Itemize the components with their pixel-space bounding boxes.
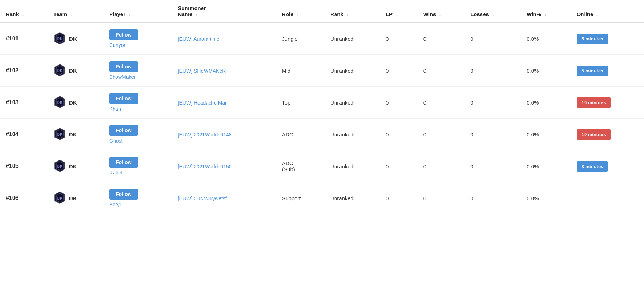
table-row: #102 DK DK Follow ShowMaker [EUW] SHøWMA…	[0, 55, 644, 87]
winpct-cell: 0.0%	[521, 55, 571, 87]
online-cell: 8 minutes	[571, 150, 644, 182]
wins-cell: 0	[418, 87, 465, 119]
col-losses-sort-icon[interactable]: ↕	[492, 12, 494, 17]
team-name: DK	[69, 131, 77, 138]
team-name: DK	[69, 195, 77, 201]
col-losses-label: Losses	[470, 11, 489, 17]
col-rank2-label: Rank	[330, 11, 343, 17]
winpct-cell: 0.0%	[521, 119, 571, 150]
losses-cell: 0	[465, 182, 521, 214]
col-winpct[interactable]: Win% ↕	[521, 0, 571, 23]
summoner-name-link[interactable]: [EUW] 2021Worlds0150	[178, 164, 232, 169]
follow-button[interactable]: Follow	[109, 61, 138, 72]
col-role-sort-icon[interactable]: ↕	[297, 12, 299, 17]
svg-text:DK: DK	[57, 101, 63, 105]
follow-button[interactable]: Follow	[109, 29, 138, 40]
team-logo: DK	[53, 96, 66, 110]
col-summoner-name[interactable]: SummonerName ↕	[172, 0, 276, 23]
col-wins-label: Wins	[423, 11, 436, 17]
winpct-cell: 0.0%	[521, 23, 571, 55]
col-rank[interactable]: Rank ↕	[0, 0, 48, 23]
summoner-name-link[interactable]: [EUW] Aurora time	[178, 36, 220, 42]
team-logo: DK	[53, 32, 66, 46]
col-lp-label: LP	[386, 11, 393, 17]
team-name: DK	[69, 68, 77, 74]
role-cell: ADC(Sub)	[276, 150, 325, 182]
player-name[interactable]: Rahel	[109, 170, 167, 176]
summoner-name-link[interactable]: [EUW] SHøWMAKéR	[178, 68, 226, 74]
table-row: #103 DK DK Follow Khan [EUW] Headache Ma…	[0, 87, 644, 119]
col-online[interactable]: Online ↕	[571, 0, 644, 23]
winpct-cell: 0.0%	[521, 182, 571, 214]
player-name[interactable]: ShowMaker	[109, 74, 167, 80]
player-cell: Follow Khan	[104, 87, 172, 119]
col-player[interactable]: Player ↕	[104, 0, 172, 23]
col-losses[interactable]: Losses ↕	[465, 0, 521, 23]
rank-value-cell: Unranked	[325, 182, 380, 214]
player-cell: Follow Ghost	[104, 119, 172, 150]
player-cell: Follow ShowMaker	[104, 55, 172, 87]
role-cell: ADC	[276, 119, 325, 150]
col-lp[interactable]: LP ↕	[380, 0, 418, 23]
lp-cell: 0	[380, 23, 418, 55]
col-summoner-sort-icon[interactable]: ↕	[196, 12, 198, 17]
player-name[interactable]: Khan	[109, 106, 167, 112]
role-cell: Mid	[276, 55, 325, 87]
role-cell: Support	[276, 182, 325, 214]
team-name: DK	[69, 100, 77, 106]
col-rank-label: Rank	[6, 11, 19, 17]
col-lp-sort-icon[interactable]: ↕	[395, 12, 398, 17]
team-cell: DK DK	[48, 119, 104, 150]
summoner-cell: [EUW] Aurora time	[172, 23, 276, 55]
online-badge: 8 minutes	[577, 161, 609, 172]
leaderboard-table-wrapper: Rank ↕ Team ↕ Player ↕ SummonerName ↕ Ro…	[0, 0, 644, 214]
losses-cell: 0	[465, 119, 521, 150]
summoner-name-link[interactable]: [EUW] Headache Man	[178, 100, 228, 106]
summoner-name-link[interactable]: [EUW] QJNVJuywetsf	[178, 196, 227, 201]
winpct-cell: 0.0%	[521, 150, 571, 182]
player-cell: Follow Canyon	[104, 23, 172, 55]
player-name[interactable]: Ghost	[109, 138, 167, 144]
rank-value-cell: Unranked	[325, 119, 380, 150]
summoner-name-link[interactable]: [EUW] 2021Worlds0148	[178, 132, 232, 138]
col-wins-sort-icon[interactable]: ↕	[439, 12, 442, 17]
follow-button[interactable]: Follow	[109, 93, 138, 104]
team-logo: DK	[53, 159, 66, 173]
rank-value-cell: Unranked	[325, 23, 380, 55]
col-wins[interactable]: Wins ↕	[418, 0, 465, 23]
col-online-sort-icon[interactable]: ↕	[596, 12, 599, 17]
online-cell: 19 minutes	[571, 87, 644, 119]
summoner-cell: [EUW] Headache Man	[172, 87, 276, 119]
col-online-label: Online	[577, 11, 593, 17]
player-name[interactable]: Canyon	[109, 42, 167, 48]
rank-cell: #102	[0, 55, 48, 87]
col-role[interactable]: Role ↕	[276, 0, 325, 23]
losses-cell: 0	[465, 87, 521, 119]
col-player-label: Player	[109, 11, 125, 17]
wins-cell: 0	[418, 182, 465, 214]
rank-cell: #101	[0, 23, 48, 55]
col-rank-sort-icon[interactable]: ↕	[22, 12, 24, 17]
col-team-sort-icon[interactable]: ↕	[70, 12, 72, 17]
summoner-cell: [EUW] QJNVJuywetsf	[172, 182, 276, 214]
team-logo: DK	[53, 128, 66, 142]
col-team[interactable]: Team ↕	[48, 0, 104, 23]
col-rank2-sort-icon[interactable]: ↕	[346, 12, 349, 17]
col-player-sort-icon[interactable]: ↕	[128, 12, 131, 17]
follow-button[interactable]: Follow	[109, 189, 138, 200]
losses-cell: 0	[465, 55, 521, 87]
rank-value-cell: Unranked	[325, 150, 380, 182]
follow-button[interactable]: Follow	[109, 125, 138, 136]
col-rank2[interactable]: Rank ↕	[325, 0, 380, 23]
summoner-cell: [EUW] SHøWMAKéR	[172, 55, 276, 87]
player-name[interactable]: BeryL	[109, 202, 167, 207]
col-winpct-sort-icon[interactable]: ↕	[544, 12, 547, 17]
lp-cell: 0	[380, 150, 418, 182]
svg-text:DK: DK	[57, 69, 63, 73]
rank-cell: #103	[0, 87, 48, 119]
wins-cell: 0	[418, 23, 465, 55]
lp-cell: 0	[380, 119, 418, 150]
follow-button[interactable]: Follow	[109, 157, 138, 168]
svg-text:DK: DK	[57, 37, 63, 41]
online-cell: 5 minutes	[571, 23, 644, 55]
